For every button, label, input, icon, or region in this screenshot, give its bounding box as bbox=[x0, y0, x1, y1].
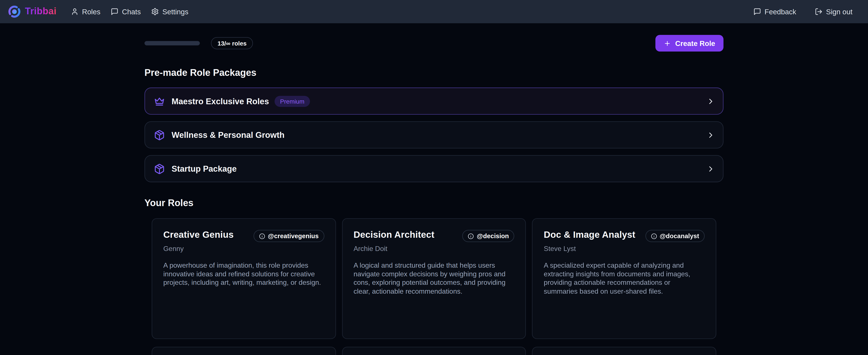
plus-icon bbox=[663, 40, 671, 47]
sign-out-label: Sign out bbox=[826, 7, 852, 16]
card-header: Doc & Image Analyst @docanalyst bbox=[544, 229, 705, 242]
package-icon bbox=[154, 163, 165, 174]
package-name: Startup Package bbox=[172, 164, 237, 173]
package-name: Maestro Exclusive Roles bbox=[172, 96, 269, 106]
main-content: 13/∞ roles Create Role Pre-made Role Pac… bbox=[145, 35, 723, 355]
package-row-maestro[interactable]: Maestro Exclusive Roles Premium bbox=[145, 88, 723, 115]
chat-bubble-icon bbox=[753, 8, 761, 16]
feedback-label: Feedback bbox=[765, 7, 796, 16]
top-navbar: Tribbai Roles Chats Settings bbox=[0, 0, 868, 23]
create-role-label: Create Role bbox=[675, 39, 715, 47]
role-description: A powerhouse of imagination, this role p… bbox=[163, 261, 324, 287]
nav-item-roles[interactable]: Roles bbox=[71, 7, 100, 16]
chevron-right-icon bbox=[706, 97, 715, 106]
nav-right-links: Feedback Sign out bbox=[753, 7, 852, 16]
role-handle: @decision bbox=[477, 233, 509, 239]
role-subtitle: Genny bbox=[163, 245, 324, 253]
nav-item-label: Settings bbox=[162, 7, 188, 16]
package-row-startup[interactable]: Startup Package bbox=[145, 155, 723, 182]
role-handle-badge[interactable]: @creativegenius bbox=[253, 230, 324, 242]
packages-section-title: Pre-made Role Packages bbox=[145, 68, 723, 79]
feedback-button[interactable]: Feedback bbox=[753, 7, 796, 16]
brand-logo[interactable]: Tribbai bbox=[8, 5, 57, 18]
role-handle-badge[interactable]: @docanalyst bbox=[645, 230, 705, 242]
crown-icon bbox=[154, 96, 165, 107]
role-cards-grid: Creative Genius @creativegenius Genny A … bbox=[145, 218, 723, 355]
info-icon bbox=[468, 233, 474, 239]
role-subtitle: Archie Doit bbox=[353, 245, 514, 253]
roles-count-badge: 13/∞ roles bbox=[211, 37, 253, 49]
info-icon bbox=[259, 233, 265, 239]
role-card-partial[interactable] bbox=[342, 347, 526, 355]
info-icon bbox=[651, 233, 657, 239]
role-title: Decision Architect bbox=[353, 229, 434, 240]
role-card-partial[interactable] bbox=[532, 347, 716, 355]
role-title: Doc & Image Analyst bbox=[544, 229, 636, 240]
package-row-wellness[interactable]: Wellness & Personal Growth bbox=[145, 121, 723, 148]
role-handle-badge[interactable]: @decision bbox=[462, 230, 514, 242]
nav-links: Roles Chats Settings bbox=[71, 7, 188, 16]
sign-out-button[interactable]: Sign out bbox=[815, 7, 852, 16]
package-icon bbox=[154, 129, 165, 141]
nav-item-chats[interactable]: Chats bbox=[111, 7, 141, 16]
user-icon bbox=[71, 8, 79, 16]
sign-out-icon bbox=[815, 8, 823, 16]
role-description: A logical and structured guide that help… bbox=[353, 261, 514, 296]
role-title: Creative Genius bbox=[163, 229, 234, 240]
package-name: Wellness & Personal Growth bbox=[172, 130, 284, 140]
roles-toolbar: 13/∞ roles Create Role bbox=[145, 35, 723, 52]
nav-item-label: Chats bbox=[122, 7, 141, 16]
role-card-doc-image-analyst[interactable]: Doc & Image Analyst @docanalyst Steve Ly… bbox=[532, 218, 716, 339]
role-subtitle: Steve Lyst bbox=[544, 245, 705, 253]
role-card-creative-genius[interactable]: Creative Genius @creativegenius Genny A … bbox=[152, 218, 336, 339]
card-header: Creative Genius @creativegenius bbox=[163, 229, 324, 242]
premium-badge: Premium bbox=[275, 96, 310, 107]
chat-bubble-icon bbox=[111, 8, 119, 16]
app-root: Tribbai Roles Chats Settings bbox=[0, 0, 868, 355]
package-list: Maestro Exclusive Roles Premium Wellness… bbox=[145, 88, 723, 182]
nav-item-settings[interactable]: Settings bbox=[151, 7, 188, 16]
card-header: Decision Architect @decision bbox=[353, 229, 514, 242]
nav-item-label: Roles bbox=[82, 7, 100, 16]
role-handle: @docanalyst bbox=[660, 233, 699, 239]
chevron-right-icon bbox=[706, 164, 715, 173]
your-roles-section-title: Your Roles bbox=[145, 198, 723, 209]
role-card-decision-architect[interactable]: Decision Architect @decision Archie Doit… bbox=[342, 218, 526, 339]
tribbai-logo-icon bbox=[8, 5, 21, 18]
roles-progress-bar bbox=[145, 41, 200, 45]
role-description: A specialized expert capable of analyzin… bbox=[544, 261, 705, 296]
create-role-button[interactable]: Create Role bbox=[655, 35, 723, 52]
brand-name: Tribbai bbox=[25, 6, 57, 17]
gear-icon bbox=[151, 8, 159, 16]
chevron-right-icon bbox=[706, 130, 715, 139]
role-card-partial[interactable] bbox=[152, 347, 336, 355]
role-handle: @creativegenius bbox=[268, 233, 319, 239]
